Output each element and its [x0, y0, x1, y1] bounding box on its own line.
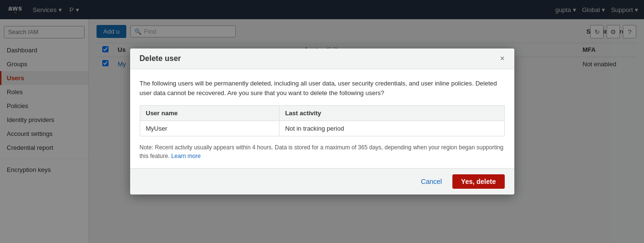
modal-body: The following users will be permanently …: [130, 69, 514, 168]
yes-delete-button[interactable]: Yes, delete: [452, 174, 504, 189]
modal-note: Note: Recent activity usually appears wi…: [140, 143, 505, 160]
modal-close-button[interactable]: ×: [500, 54, 504, 63]
modal-warning-text: The following users will be permanently …: [140, 79, 505, 97]
modal-user-table: User name Last activity MyUser Not in tr…: [140, 105, 505, 136]
modal-title: Delete user: [140, 54, 181, 63]
modal-row-last-activity: Not in tracking period: [279, 121, 504, 136]
modal-table-row: MyUser Not in tracking period: [140, 121, 504, 136]
modal-header-last-activity: Last activity: [279, 106, 504, 121]
modal-row-username: MyUser: [140, 121, 279, 136]
cancel-button[interactable]: Cancel: [415, 174, 448, 189]
modal-header-username: User name: [140, 106, 279, 121]
modal-table-header-row: User name Last activity: [140, 106, 504, 121]
delete-user-modal: Delete user × The following users will b…: [130, 49, 514, 194]
modal-overlay: Delete user × The following users will b…: [0, 0, 644, 243]
modal-header: Delete user ×: [130, 49, 514, 69]
modal-footer: Cancel Yes, delete: [130, 168, 514, 194]
learn-more-link[interactable]: Learn more: [171, 153, 201, 159]
